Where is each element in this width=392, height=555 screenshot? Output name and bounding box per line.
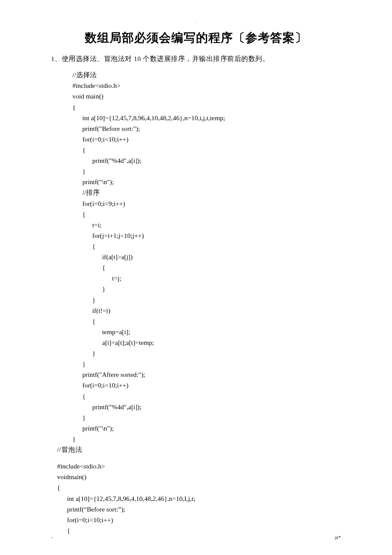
document-title: 数组局部必须会编写的程序〔参考答案〕 [51, 30, 341, 46]
footer-right: .jz* [334, 535, 341, 540]
problem-intro: 1、使用选择法、冒泡法对 10 个数进展排序，并输出排序前后的数列。 [51, 54, 341, 64]
bubble-sort-comment: //冒泡法 [51, 444, 341, 455]
footer-left: - [51, 535, 53, 540]
code-block-selection-sort: //选择法 #include<stdio.h> void main() { in… [51, 69, 341, 444]
page-header-dot: . [196, 19, 196, 23]
spacer [51, 455, 341, 461]
document-page: . 数组局部必须会编写的程序〔参考答案〕 1、使用选择法、冒泡法对 10 个数进… [0, 0, 392, 555]
code-block-bubble-sort: #include<stdio.h> voidmain() { int a[10]… [51, 461, 341, 536]
page-footer: - .jz* [51, 535, 341, 540]
